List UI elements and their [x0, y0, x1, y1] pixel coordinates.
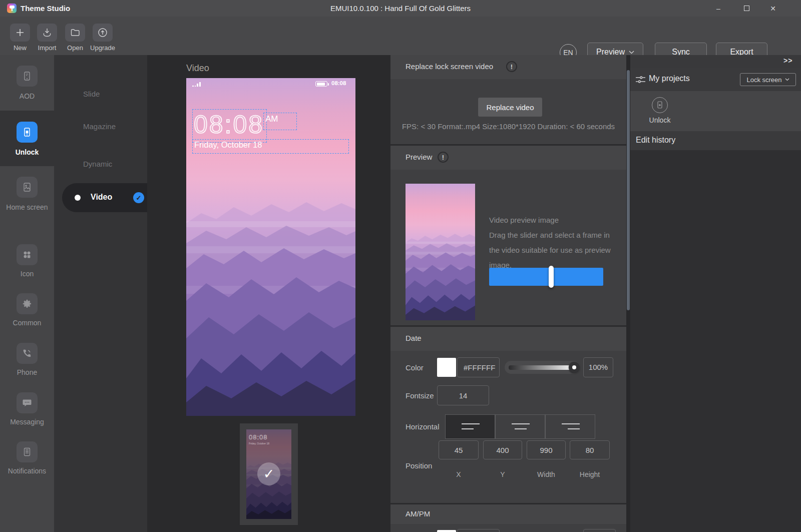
- sidebar-label-icon: Icon: [0, 269, 54, 279]
- ampm-section-title: AM/PM: [406, 509, 430, 518]
- info-icon[interactable]: !: [438, 152, 449, 163]
- unlock-icon: [22, 127, 33, 138]
- date-color-hex-input[interactable]: [457, 357, 500, 377]
- upgrade-icon: [97, 27, 108, 38]
- minimize-icon: –: [716, 5, 720, 13]
- main-toolbar: New Import Open Upgrade EN Preview Sync …: [0, 17, 801, 55]
- selected-dot: [75, 195, 81, 201]
- thumbnail-check-icon: ✓: [257, 462, 280, 485]
- align-center-icon: [512, 423, 530, 430]
- fontsize-label: Fontsize: [406, 391, 434, 400]
- open-label: Open: [61, 44, 89, 52]
- signal-icon: [192, 82, 201, 87]
- axis-label-width: Width: [526, 470, 566, 478]
- sidebar-label-messaging: Messaging: [0, 417, 54, 427]
- new-button[interactable]: New: [6, 24, 34, 52]
- project-filter-dropdown[interactable]: Lock screen: [740, 73, 796, 86]
- horizontal-label: Horizontal: [406, 422, 440, 431]
- subnav-item-video[interactable]: Video ✓: [62, 183, 147, 212]
- preview-wallpaper: [406, 184, 475, 320]
- ampm-value-box[interactable]: [583, 529, 616, 532]
- align-left-icon: [462, 423, 480, 430]
- ampm-color-hex-input[interactable]: [457, 529, 500, 532]
- frame-slider[interactable]: [489, 268, 603, 286]
- messaging-icon: [22, 397, 33, 408]
- sidebar-label-common: Common: [0, 318, 54, 328]
- align-center-button[interactable]: [495, 414, 545, 439]
- check-badge-icon: ✓: [133, 192, 144, 203]
- axis-label-x: X: [439, 470, 479, 478]
- subnav-item-magazine[interactable]: Magazine: [83, 122, 116, 131]
- video-preview-image: [406, 184, 475, 320]
- status-bar-time: 08:08: [331, 80, 346, 86]
- color-label: Color: [406, 363, 424, 372]
- upgrade-label: Upgrade: [89, 44, 117, 52]
- panel-scrollbar[interactable]: [626, 55, 630, 532]
- position-x-input[interactable]: [439, 440, 479, 459]
- module-sidebar: AOD Unlock Home screen Icon Common Phone…: [0, 55, 54, 532]
- close-button[interactable]: ✕: [762, 0, 784, 17]
- import-label: Import: [33, 44, 61, 52]
- my-projects-title: My projects: [649, 74, 690, 83]
- axis-label-y: Y: [483, 470, 523, 478]
- date-color-swatch[interactable]: [437, 358, 456, 377]
- video-frame-thumbnail-card[interactable]: 08:08 Friday, October 18 ✓: [240, 423, 298, 525]
- ampm-color-swatch[interactable]: [437, 530, 456, 532]
- projects-panel-top-strip: >>: [630, 55, 801, 68]
- maximize-button[interactable]: [735, 0, 757, 17]
- projects-panel: >> My projects Lock screen Unlock Edit h…: [630, 55, 801, 532]
- edit-history-title: Edit history: [636, 136, 675, 145]
- document-title: EMUI10.0.100 : Hand Full Of Gold Glitter…: [0, 4, 801, 13]
- ampm-section-header: AM/PM: [390, 504, 626, 524]
- subnav-item-dynamic[interactable]: Dynamic: [83, 160, 112, 168]
- new-label: New: [6, 44, 34, 52]
- open-button[interactable]: Open: [61, 24, 89, 52]
- position-height-input[interactable]: [570, 440, 610, 459]
- canvas-section-label: Video: [186, 63, 209, 74]
- notifications-icon: [22, 446, 33, 457]
- aod-icon: [22, 71, 33, 82]
- fontsize-input[interactable]: [437, 385, 489, 405]
- thumbnail-time: 08:08: [249, 433, 268, 441]
- subnav-label-video: Video: [91, 193, 112, 202]
- sidebar-label-home-screen: Home screen: [0, 202, 54, 212]
- unlock-type-subnav: Slide Magazine Dynamic Video ✓: [54, 55, 147, 532]
- my-projects-header: My projects Lock screen: [630, 68, 801, 91]
- replace-video-button[interactable]: Replace video: [478, 98, 542, 117]
- replace-section-header: Replace lock screen video !: [390, 55, 626, 79]
- position-label: Position: [406, 461, 432, 470]
- collapse-panel-button[interactable]: >>: [783, 57, 792, 65]
- minimize-button[interactable]: –: [707, 0, 729, 17]
- lockscreen-preview[interactable]: 08:08 08:08 AM Friday, October 18: [186, 78, 355, 416]
- preview-section-title: Preview: [406, 153, 432, 161]
- position-width-input[interactable]: [527, 440, 566, 459]
- position-y-input[interactable]: [483, 440, 522, 459]
- folder-icon: [70, 27, 81, 38]
- project-filter-value: Lock screen: [746, 76, 781, 84]
- align-right-button[interactable]: [545, 414, 595, 439]
- gear-icon: [22, 298, 33, 309]
- preview-hint-title: Video preview image: [489, 216, 559, 224]
- sidebar-label-aod: AOD: [0, 91, 54, 101]
- theme-studio-window: Theme Studio EMUI10.0.100 : Hand Full Of…: [0, 0, 801, 532]
- upgrade-button[interactable]: Upgrade: [89, 24, 117, 52]
- align-left-button[interactable]: [445, 414, 495, 439]
- subnav-item-slide[interactable]: Slide: [83, 90, 100, 98]
- frame-slider-thumb[interactable]: [549, 266, 554, 288]
- preview-hint-body: Drag the slider and select a frame in th…: [489, 231, 611, 269]
- edit-history-header[interactable]: Edit history: [630, 131, 801, 150]
- date-section-header: Date: [390, 327, 626, 351]
- opacity-slider-thumb[interactable]: [569, 362, 580, 373]
- project-unlock-item[interactable]: [652, 97, 668, 113]
- lockscreen-date: Friday, October 18: [194, 140, 262, 150]
- opacity-slider[interactable]: [505, 361, 580, 374]
- import-button[interactable]: Import: [33, 24, 61, 52]
- sidebar-label-notifications: Notifications: [0, 466, 54, 476]
- home-screen-icon: [22, 182, 33, 193]
- preview-section-header: Preview !: [390, 146, 626, 170]
- scrollbar-thumb[interactable]: [627, 70, 630, 310]
- info-icon[interactable]: !: [506, 61, 517, 72]
- sidebar-label-unlock: Unlock: [0, 147, 54, 157]
- opacity-value-box[interactable]: 100%: [583, 357, 613, 377]
- import-icon: [42, 27, 53, 38]
